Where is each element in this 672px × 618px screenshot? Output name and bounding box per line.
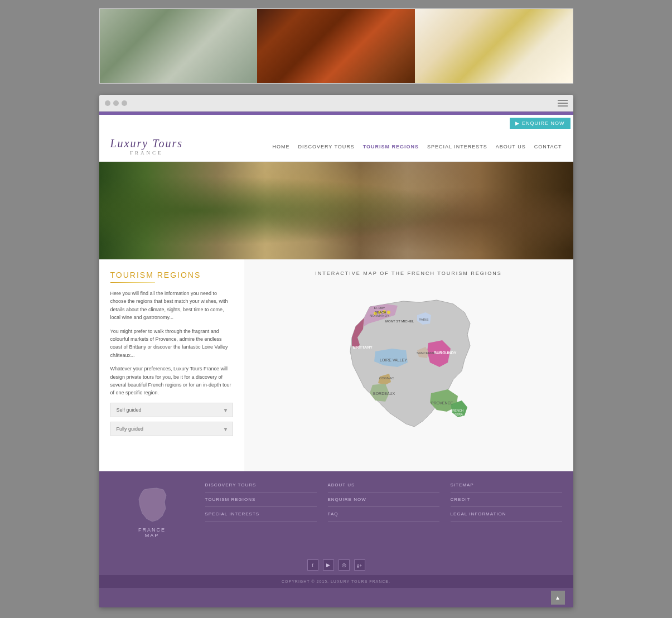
- svg-text:COGNAC: COGNAC: [379, 376, 394, 380]
- svg-text:BURGUNDY: BURGUNDY: [434, 351, 457, 355]
- svg-text:LOIRE VALLEY: LOIRE VALLEY: [380, 358, 407, 362]
- logo-main-text: Luxury Tours: [110, 137, 183, 150]
- svg-text:BRITTANY: BRITTANY: [353, 345, 373, 349]
- svg-text:RIVIERA: RIVIERA: [451, 413, 463, 416]
- footer-link-faq[interactable]: FAQ: [328, 511, 439, 522]
- footer-france-map: [136, 485, 169, 524]
- site-footer: FRANCEMAP DISCOVERY TOURS TOURISM REGION…: [99, 471, 573, 549]
- browser-dots: [105, 100, 127, 106]
- self-guided-dropdown-wrapper: Self guided ▼: [110, 403, 233, 417]
- fully-guided-dropdown-wrapper: Fully guided ▼: [110, 422, 233, 436]
- googleplus-icon[interactable]: g+: [354, 559, 365, 571]
- browser-chrome: [99, 95, 573, 112]
- footer-wrapper: FRANCEMAP DISCOVERY TOURS TOURISM REGION…: [99, 471, 573, 607]
- footer-link-tourism-regions[interactable]: TOURISM REGIONS: [205, 497, 317, 507]
- svg-text:SANCERRE: SANCERRE: [417, 351, 435, 355]
- browser-window: ENQUIRE NOW Luxury Tours FRANCE HOME DIS…: [99, 95, 573, 607]
- footer-bottom: COPYRIGHT © 2015. LUXURY TOURS FRANCE.: [99, 575, 573, 588]
- section-text-3: Whatever your preferences, Luxury Tours …: [110, 365, 233, 397]
- svg-text:PROVENCE: PROVENCE: [431, 401, 453, 405]
- hero-image: [99, 162, 573, 259]
- svg-text:PARIS: PARIS: [419, 318, 429, 321]
- youtube-icon[interactable]: ▶: [323, 559, 334, 571]
- left-panel: TOURISM REGIONS Here you will find all t…: [99, 259, 244, 471]
- scroll-top-button[interactable]: ▲: [551, 591, 565, 605]
- browser-dot-yellow: [113, 100, 119, 106]
- facebook-icon[interactable]: f: [307, 559, 318, 571]
- enquire-bar: ENQUIRE NOW: [99, 115, 573, 132]
- section-text-2: You might prefer to walk through the fra…: [110, 327, 233, 360]
- footer-col-3: SITEMAP CREDIT LEGAL INFORMATION: [451, 482, 562, 538]
- nav-about-us[interactable]: ABOUT US: [496, 144, 526, 149]
- map-title: INTERACTIVE MAP OF THE FRENCH TOURISM RE…: [255, 271, 562, 276]
- top-image-dessert: [415, 9, 573, 83]
- browser-dot-green: [122, 100, 127, 106]
- footer-links: DISCOVERY TOURS TOURISM REGIONS SPECIAL …: [205, 482, 562, 538]
- right-panel: INTERACTIVE MAP OF THE FRENCH TOURISM RE…: [244, 259, 573, 471]
- footer-link-special-interests[interactable]: SPECIAL INTERESTS: [205, 511, 317, 522]
- france-map-container: BRITTANY NORMANDY D. DAY BEACH MONT ST M…: [255, 284, 562, 446]
- main-content: TOURISM REGIONS Here you will find all t…: [99, 259, 573, 471]
- footer-link-about-us[interactable]: ABOUT US: [328, 482, 439, 493]
- section-title: TOURISM REGIONS: [110, 271, 233, 279]
- footer-link-enquire-now[interactable]: ENQUIRE NOW: [328, 497, 439, 507]
- top-image-stone: [100, 9, 258, 83]
- footer-col-2: ABOUT US ENQUIRE NOW FAQ: [328, 482, 439, 538]
- nav-discovery-tours[interactable]: DISCOVERY TOURS: [298, 144, 354, 149]
- self-guided-dropdown[interactable]: Self guided: [110, 403, 233, 417]
- top-image-sausage: [257, 9, 415, 83]
- footer-map-label: FRANCEMAP: [138, 527, 166, 538]
- browser-dot-red: [105, 100, 110, 106]
- section-text-1: Here you will find all the information y…: [110, 289, 233, 322]
- footer-link-credit[interactable]: CREDIT: [451, 497, 562, 507]
- footer-col-1: DISCOVERY TOURS TOURISM REGIONS SPECIAL …: [205, 482, 317, 538]
- fully-guided-dropdown[interactable]: Fully guided: [110, 422, 233, 436]
- svg-text:NORMANDY: NORMANDY: [370, 314, 389, 317]
- footer-social: f ▶ ◎ g+: [99, 559, 573, 571]
- nav-contact[interactable]: CONTACT: [534, 144, 562, 149]
- footer-map-section: FRANCEMAP: [110, 482, 194, 538]
- browser-menu-icon[interactable]: [558, 100, 568, 107]
- france-map-svg: BRITTANY NORMANDY D. DAY BEACH MONT ST M…: [320, 284, 498, 446]
- svg-text:MONT ST MICHEL: MONT ST MICHEL: [385, 320, 414, 323]
- svg-text:D. DAY: D. DAY: [374, 306, 385, 310]
- svg-text:BEACH: BEACH: [375, 311, 386, 314]
- site-header: Luxury Tours FRANCE HOME DISCOVERY TOURS…: [99, 132, 573, 162]
- nav-special-interests[interactable]: SPECIAL INTERESTS: [427, 144, 487, 149]
- svg-text:BORDEAUX: BORDEAUX: [373, 392, 395, 395]
- top-image-strip: [99, 8, 573, 84]
- svg-text:FRENCH: FRENCH: [451, 409, 463, 412]
- site-logo: Luxury Tours FRANCE: [110, 137, 183, 156]
- nav-home[interactable]: HOME: [272, 144, 289, 149]
- footer-link-legal[interactable]: LEGAL INFORMATION: [451, 511, 562, 522]
- footer-link-discovery-tours[interactable]: DISCOVERY TOURS: [205, 482, 317, 493]
- footer-link-sitemap[interactable]: SITEMAP: [451, 482, 562, 493]
- enquire-now-button[interactable]: ENQUIRE NOW: [510, 118, 570, 129]
- logo-sub-text: FRANCE: [110, 150, 183, 156]
- instagram-icon[interactable]: ◎: [339, 559, 350, 571]
- section-divider: [110, 282, 155, 283]
- nav-tourism-regions[interactable]: TOURISM REGIONS: [363, 144, 419, 149]
- social-bar: f ▶ ◎ g+: [99, 549, 573, 575]
- site-nav: HOME DISCOVERY TOURS TOURISM REGIONS SPE…: [272, 144, 562, 149]
